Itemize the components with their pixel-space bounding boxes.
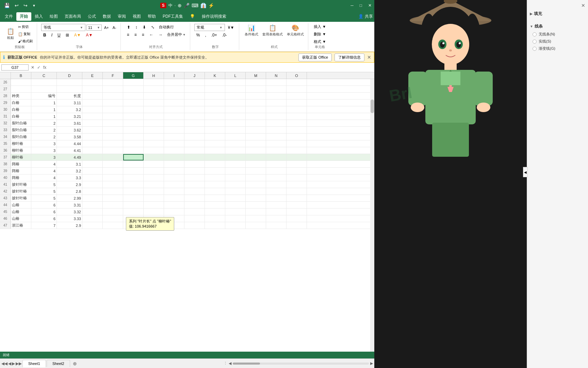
table-cell[interactable]: [57, 86, 82, 92]
table-cell[interactable]: [144, 86, 164, 92]
table-cell[interactable]: [164, 113, 184, 120]
table-cell[interactable]: [287, 161, 307, 167]
table-cell[interactable]: 2: [31, 120, 57, 126]
table-cell[interactable]: 45: [0, 209, 11, 215]
table-cell[interactable]: [266, 113, 287, 120]
table-cell[interactable]: [205, 113, 225, 120]
table-cell[interactable]: [144, 79, 164, 86]
table-cell[interactable]: [287, 99, 307, 106]
table-row[interactable]: 44山椿63.31: [0, 202, 374, 209]
table-cell[interactable]: [103, 106, 123, 113]
table-cell[interactable]: [184, 202, 205, 208]
table-cell[interactable]: 3.33: [57, 215, 82, 222]
add-sheet-button[interactable]: ⊕: [71, 360, 79, 367]
table-row[interactable]: 35柳叶椿34.44: [0, 140, 374, 147]
table-cell[interactable]: [205, 181, 225, 188]
table-cell[interactable]: [164, 120, 184, 126]
menu-draw[interactable]: 绘图: [46, 12, 61, 21]
table-row[interactable]: 28种类编号长度: [0, 93, 374, 99]
format-cell-button[interactable]: 格式 ▼: [312, 39, 327, 45]
solid-line-radio[interactable]: [533, 40, 537, 44]
table-cell[interactable]: 35: [0, 140, 11, 147]
table-cell[interactable]: [144, 147, 164, 154]
gradient-line-option[interactable]: 渐变线(G): [530, 45, 585, 52]
fill-color-button[interactable]: A▼: [72, 32, 83, 38]
table-cell[interactable]: [82, 215, 103, 222]
table-cell[interactable]: 2.99: [57, 195, 82, 201]
col-header-e[interactable]: E: [82, 72, 103, 79]
table-cell[interactable]: 31: [0, 113, 11, 120]
table-cell[interactable]: [164, 147, 184, 154]
table-cell[interactable]: [225, 93, 246, 99]
table-cell[interactable]: [184, 113, 205, 120]
table-cell[interactable]: [103, 161, 123, 167]
table-cell[interactable]: [225, 215, 246, 222]
menu-home[interactable]: 开始: [16, 12, 31, 21]
table-cell[interactable]: [225, 174, 246, 181]
cut-button[interactable]: ✂ 剪切: [17, 24, 34, 30]
table-cell[interactable]: [103, 168, 123, 174]
table-cell[interactable]: [287, 209, 307, 215]
cell-style-button[interactable]: 🎨 单元格样式: [285, 24, 305, 37]
table-cell[interactable]: [225, 147, 246, 154]
table-cell[interactable]: [103, 120, 123, 126]
table-cell[interactable]: [205, 106, 225, 113]
table-cell[interactable]: [123, 168, 144, 174]
align-left-button[interactable]: ≡: [125, 32, 131, 38]
table-cell[interactable]: [82, 147, 103, 154]
table-cell[interactable]: 32: [0, 120, 11, 126]
table-cell[interactable]: [184, 209, 205, 215]
border-button[interactable]: ⊞: [64, 32, 71, 38]
indent-less-button[interactable]: ←: [147, 32, 156, 38]
menu-formula[interactable]: 公式: [84, 12, 99, 21]
table-cell[interactable]: [103, 147, 123, 154]
table-cell[interactable]: [123, 99, 144, 106]
table-cell[interactable]: 44: [0, 202, 11, 208]
table-cell[interactable]: [205, 120, 225, 126]
table-cell[interactable]: [164, 106, 184, 113]
table-cell[interactable]: [123, 140, 144, 147]
table-cell[interactable]: 47: [0, 222, 11, 229]
table-cell[interactable]: [103, 222, 123, 229]
table-cell[interactable]: 40: [0, 174, 11, 181]
table-cell[interactable]: 3.2: [57, 168, 82, 174]
copy-button[interactable]: 📋 复制: [17, 31, 34, 37]
table-cell[interactable]: [205, 195, 225, 201]
table-row[interactable]: 34裂叶白椿23.58: [0, 134, 374, 140]
table-cell[interactable]: [266, 174, 287, 181]
table-cell[interactable]: [246, 113, 266, 120]
table-cell[interactable]: 披针叶椿: [11, 181, 31, 188]
table-cell[interactable]: [164, 93, 184, 99]
table-cell[interactable]: [123, 106, 144, 113]
table-cell[interactable]: 3.11: [57, 99, 82, 106]
col-header-j[interactable]: J: [184, 72, 205, 79]
table-cell[interactable]: 28: [0, 93, 11, 99]
maximize-button[interactable]: □: [357, 2, 365, 9]
table-cell[interactable]: [82, 140, 103, 147]
table-cell[interactable]: [287, 202, 307, 208]
table-cell[interactable]: [246, 120, 266, 126]
conditional-format-button[interactable]: 📊 条件格式: [243, 24, 260, 37]
table-cell[interactable]: 3: [31, 140, 57, 147]
table-cell[interactable]: [103, 113, 123, 120]
col-header-i[interactable]: I: [164, 72, 184, 79]
share-button[interactable]: 👤 共享: [358, 14, 373, 19]
wps-icon3[interactable]: ⌨: [192, 3, 198, 8]
table-cell[interactable]: [205, 188, 225, 195]
table-cell[interactable]: [266, 222, 287, 229]
table-cell[interactable]: 3.32: [57, 209, 82, 215]
table-row[interactable]: 37柳叶椿34.49: [0, 154, 374, 161]
table-cell[interactable]: [144, 202, 164, 208]
menu-layout[interactable]: 页面布局: [61, 12, 84, 21]
table-cell[interactable]: [246, 134, 266, 140]
table-cell[interactable]: [287, 147, 307, 154]
table-cell[interactable]: [144, 113, 164, 120]
table-cell[interactable]: [103, 215, 123, 222]
table-cell[interactable]: [205, 154, 225, 160]
table-row[interactable]: 41披针叶椿52.9: [0, 181, 374, 188]
redo-icon[interactable]: ↪: [22, 2, 29, 9]
table-cell[interactable]: [266, 93, 287, 99]
col-header-h[interactable]: H: [144, 72, 164, 79]
table-cell[interactable]: [123, 147, 144, 154]
table-cell[interactable]: [164, 161, 184, 167]
